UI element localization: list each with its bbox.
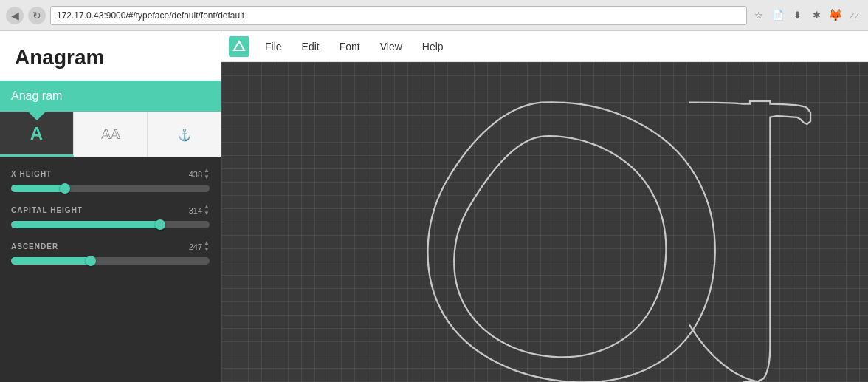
- capital-height-slider[interactable]: [11, 221, 210, 228]
- capital-height-thumb: [155, 219, 165, 230]
- metric-capital-height: CAPITAL HEIGHT 314 ▲ ▼: [11, 204, 210, 228]
- ascender-thumb: [86, 256, 96, 266]
- tab-glyphs[interactable]: 𝔸𝔸: [74, 112, 148, 157]
- capital-height-label: CAPITAL HEIGHT: [11, 206, 83, 214]
- tab-pointer: [28, 112, 46, 120]
- menu-file[interactable]: File: [261, 38, 286, 55]
- metric-x-height: X HEIGHT 438 ▲ ▼: [11, 168, 210, 192]
- stem-path: [689, 101, 810, 382]
- app-menubar: File Edit Font View Help: [221, 31, 868, 62]
- x-height-value: 438: [189, 170, 202, 179]
- ascender-up[interactable]: ▲: [204, 240, 210, 246]
- glyph-outline-svg: [221, 62, 868, 382]
- tail-path: [689, 325, 760, 382]
- metric-ascender: ASCENDER 247 ▲ ▼: [11, 240, 210, 265]
- refresh-button[interactable]: ↻: [28, 7, 46, 24]
- url-text: 172.17.0.43:9000/#/typeface/default/font…: [57, 10, 244, 21]
- x-height-fill: [11, 185, 65, 192]
- capital-height-fill: [11, 221, 160, 228]
- sleep-icon: ZZ: [847, 8, 862, 23]
- browser-chrome: ◀ ↻ 172.17.0.43:9000/#/typeface/default/…: [0, 0, 868, 31]
- menu-edit[interactable]: Edit: [297, 38, 324, 55]
- canvas-area: File Edit Font View Help: [221, 31, 868, 382]
- menu-view[interactable]: View: [376, 38, 407, 55]
- capital-height-value: 314: [189, 206, 202, 215]
- x-height-thumb: [60, 183, 70, 194]
- logo-icon: [232, 40, 246, 53]
- x-height-up[interactable]: ▲: [204, 168, 210, 174]
- capital-height-arrows[interactable]: ▲ ▼: [204, 204, 210, 216]
- ascender-label: ASCENDER: [11, 242, 58, 250]
- main-content: Anagram Anag ram A 𝔸𝔸 ⚓ X HEIGHT 438 ▲ ▼: [0, 31, 868, 382]
- typeface-title: Anagram: [0, 31, 221, 81]
- bowl-path: [427, 102, 714, 382]
- counter-path: [454, 136, 666, 357]
- glyph-canvas: [221, 62, 868, 382]
- x-height-down[interactable]: ▼: [204, 174, 210, 180]
- capital-height-down[interactable]: ▼: [204, 211, 210, 216]
- tab-anchor[interactable]: ⚓: [148, 112, 221, 157]
- ascender-slider[interactable]: [11, 257, 210, 265]
- star-icon[interactable]: ☆: [751, 8, 766, 23]
- app-logo: [229, 36, 249, 57]
- back-button[interactable]: ◀: [6, 7, 24, 24]
- active-glyph-item[interactable]: Anag ram: [0, 81, 221, 112]
- ascender-value-group: 247 ▲ ▼: [189, 240, 210, 253]
- menu-font[interactable]: Font: [335, 38, 365, 55]
- svg-marker-0: [234, 41, 244, 50]
- download-icon[interactable]: ⬇: [790, 8, 805, 23]
- address-bar[interactable]: 172.17.0.43:9000/#/typeface/default/font…: [50, 6, 747, 25]
- glyph-list: Anag ram: [0, 81, 221, 112]
- extensions-icon[interactable]: ✱: [809, 8, 824, 23]
- metrics-panel: X HEIGHT 438 ▲ ▼ CAPIT: [0, 157, 221, 382]
- capital-height-value-group: 314 ▲ ▼: [189, 204, 210, 216]
- ascender-value: 247: [189, 242, 202, 251]
- x-height-slider[interactable]: [11, 185, 210, 192]
- capital-height-up[interactable]: ▲: [204, 204, 210, 210]
- x-height-value-group: 438 ▲ ▼: [189, 168, 210, 180]
- ascender-fill: [11, 257, 91, 265]
- x-height-label: X HEIGHT: [11, 170, 52, 178]
- bookmark-icon[interactable]: 📄: [771, 8, 785, 23]
- browser-toolbar: ☆ 📄 ⬇ ✱ 🦊 ZZ: [751, 8, 862, 23]
- firefox-icon: 🦊: [828, 8, 843, 23]
- x-height-arrows[interactable]: ▲ ▼: [204, 168, 210, 180]
- glyph-path-group: [427, 101, 810, 382]
- menu-help[interactable]: Help: [418, 38, 448, 55]
- ascender-down[interactable]: ▼: [204, 247, 210, 253]
- ascender-arrows[interactable]: ▲ ▼: [204, 240, 210, 253]
- sidebar: Anagram Anag ram A 𝔸𝔸 ⚓ X HEIGHT 438 ▲ ▼: [0, 31, 221, 382]
